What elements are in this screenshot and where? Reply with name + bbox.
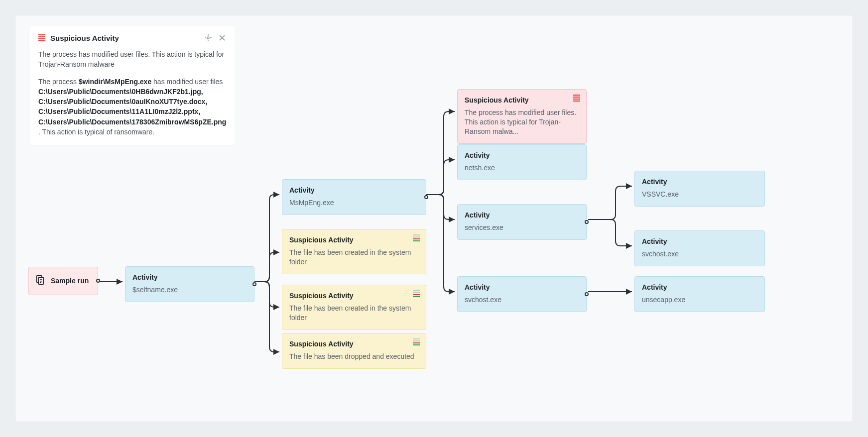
node-subtitle: unsecapp.exe <box>642 295 757 305</box>
severity-lines-icon <box>413 234 420 241</box>
node-activity-svchost-2[interactable]: Activity svchost.exe <box>634 230 765 266</box>
node-subtitle: The file has been dropped and executed <box>289 352 419 361</box>
popup-title: Suspicious Activity <box>50 34 204 42</box>
node-subtitle: services.exe <box>465 223 579 232</box>
node-subtitle: The file has been created in the system … <box>289 304 419 323</box>
node-subtitle: MsMpEng.exe <box>289 198 419 208</box>
severity-lines-icon <box>413 290 420 297</box>
node-title: Activity <box>465 211 579 220</box>
detail-popup: Suspicious Activity The process has modi… <box>30 26 235 145</box>
out-port[interactable] <box>585 292 589 296</box>
node-title: Activity <box>465 283 579 292</box>
diagram-canvas[interactable]: Suspicious Activity The process has modi… <box>15 15 853 422</box>
node-title: Suspicious Activity <box>289 339 419 349</box>
node-subtitle: The process has modified user files. Thi… <box>465 108 579 136</box>
node-suspicious-sysfolder-2[interactable]: Suspicious Activity The file has been cr… <box>282 285 426 330</box>
node-activity-netsh[interactable]: Activity netsh.exe <box>457 144 587 180</box>
node-activity-vssvc[interactable]: Activity VSSVC.exe <box>634 171 765 207</box>
popup-detail: The process $windir\MsMpEng.exe has modi… <box>38 77 227 137</box>
node-title: Activity <box>642 283 757 292</box>
out-port[interactable] <box>96 279 100 283</box>
out-port[interactable] <box>424 195 428 199</box>
node-title: Suspicious Activity <box>289 235 419 245</box>
sample-run-icon <box>35 274 46 288</box>
node-suspicious-dropped[interactable]: Suspicious Activity The file has been dr… <box>282 333 426 369</box>
node-title: Activity <box>132 273 247 282</box>
close-icon[interactable] <box>218 33 227 42</box>
node-activity-svchost-1[interactable]: Activity svchost.exe <box>457 276 587 312</box>
node-title: Activity <box>465 151 579 160</box>
node-title: Activity <box>289 186 419 195</box>
node-title: Suspicious Activity <box>465 96 579 105</box>
node-activity-unsecapp[interactable]: Activity unsecapp.exe <box>634 276 765 312</box>
node-subtitle: svchost.exe <box>642 249 757 259</box>
out-port[interactable] <box>585 220 589 224</box>
node-subtitle: The file has been created in the system … <box>289 248 419 267</box>
node-activity-sselfname[interactable]: Activity $selfname.exe <box>125 266 254 302</box>
node-sample-run[interactable]: Sample run <box>28 267 98 295</box>
node-subtitle: netsh.exe <box>465 163 579 173</box>
svg-point-0 <box>207 37 209 39</box>
node-subtitle: svchost.exe <box>465 295 579 305</box>
threat-lines-icon <box>38 34 45 41</box>
node-subtitle: $selfname.exe <box>132 285 247 295</box>
node-suspicious-sysfolder-1[interactable]: Suspicious Activity The file has been cr… <box>282 229 426 274</box>
node-label: Sample run <box>51 276 89 286</box>
popup-description: The process has modified user files. Thi… <box>38 49 227 70</box>
node-activity-msmpeng[interactable]: Activity MsMpEng.exe <box>282 179 426 215</box>
threat-lines-icon <box>573 95 580 102</box>
node-title: Activity <box>642 237 757 246</box>
node-activity-services[interactable]: Activity services.exe <box>457 204 587 240</box>
node-title: Suspicious Activity <box>289 291 419 301</box>
node-suspicious-ransom[interactable]: Suspicious Activity The process has modi… <box>457 89 587 144</box>
node-title: Activity <box>642 177 757 187</box>
out-port[interactable] <box>252 282 256 286</box>
severity-lines-icon <box>413 338 420 345</box>
focus-icon[interactable] <box>204 33 213 42</box>
node-subtitle: VSSVC.exe <box>642 190 757 199</box>
